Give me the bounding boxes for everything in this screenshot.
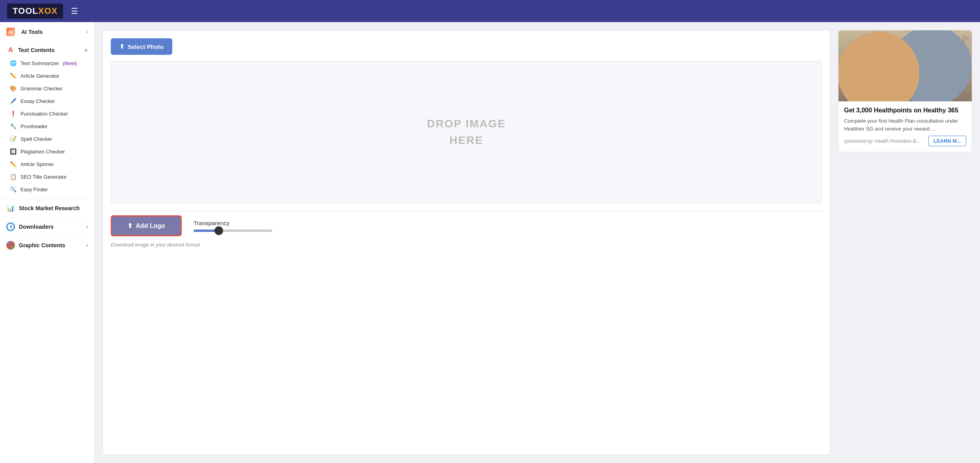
transparency-section: Transparency [194, 220, 272, 232]
logo-xox: XOX [38, 6, 58, 16]
sidebar-item-seo-title-generator[interactable]: 📋 SEO Title Generator [0, 170, 94, 183]
grammar-checker-icon: 🎨 [9, 85, 17, 92]
ai-tools-chevron: ‹ [86, 29, 88, 35]
proofreader-label: Proofreader [20, 123, 48, 129]
sidebar-downloaders[interactable]: ⬇ Downloaders ‹ [0, 217, 94, 236]
ad-body: Get 3,000 Healthpoints on Healthy 365 Co… [838, 101, 972, 152]
spell-checker-label: Spell Checker [20, 136, 52, 142]
sidebar-ai-title: AI Tools [21, 29, 43, 35]
ad-panel: ▷ Get 3,000 Healthpoints on Healthy 365 … [838, 30, 972, 455]
add-logo-label: Add Logo [136, 222, 165, 230]
ad-play-icon: ▷ [963, 34, 969, 42]
text-contents-header[interactable]: A Text Contents ∨ [0, 42, 94, 57]
select-photo-upload-icon: ⬆ [119, 43, 125, 50]
punctuation-checker-icon: ❗ [9, 110, 17, 117]
sidebar-item-grammar-checker[interactable]: 🎨 Grammar Checker [0, 82, 94, 95]
logo-tool: TOOL [13, 6, 38, 16]
text-contents-chevron: ∨ [84, 47, 88, 53]
select-photo-label: Select Photo [128, 43, 164, 50]
add-logo-button[interactable]: ⬆ Add Logo [111, 215, 182, 236]
sidebar-item-punctuation-checker[interactable]: ❗ Punctuation Checker [0, 107, 94, 120]
downloaders-chevron: ‹ [86, 224, 88, 230]
transparency-slider[interactable] [194, 230, 272, 232]
sidebar-ai-tools[interactable]: AI AI Tools ‹ [0, 22, 94, 40]
ad-sponsor: sponsored by: Health Promotion B... [844, 138, 920, 144]
sidebar-item-plagiarism-checker[interactable]: 🔲 Plagiarism Checker [0, 145, 94, 158]
sidebar-item-essay-checker[interactable]: 🖊️ Essay Checker [0, 95, 94, 107]
text-contents-title: A Text Contents [6, 46, 54, 54]
ad-image-visual [838, 30, 972, 101]
ad-title: Get 3,000 Healthpoints on Healthy 365 [844, 107, 966, 114]
sidebar-text-contents-section: A Text Contents ∨ 🌐 Text Summarizer (New… [0, 40, 94, 199]
article-spinner-label: Article Spinner [20, 161, 54, 167]
graphic-contents-icon [6, 241, 15, 250]
downloaders-label: Downloaders [19, 224, 54, 230]
app-header: TOOLXOX ☰ [0, 0, 980, 22]
sidebar-graphic-contents[interactable]: Graphic Contents ‹ [0, 236, 94, 254]
drop-image-text: DROP IMAGE HERE [427, 116, 506, 149]
ad-learn-more-button[interactable]: LEARN M... [928, 136, 966, 146]
app-body: AI AI Tools ‹ A Text Contents ∨ 🌐 Text S… [0, 22, 980, 463]
text-summarizer-label: Text Summarizer [20, 60, 59, 66]
svg-point-0 [8, 243, 13, 248]
seo-title-icon: 📋 [9, 173, 17, 180]
select-photo-button[interactable]: ⬆ Select Photo [111, 38, 172, 55]
sidebar-item-easy-finder[interactable]: 🔍 Easy Finder [0, 183, 94, 196]
main-content: ⬆ Select Photo DROP IMAGE HERE ⬆ Add Log… [95, 22, 980, 463]
download-hint: Download image in your desired format [111, 242, 822, 248]
stock-market-icon: 📊 [6, 204, 15, 213]
seo-title-label: SEO Title Generator [20, 174, 67, 180]
essay-checker-icon: 🖊️ [9, 97, 17, 105]
sidebar-item-proofreader[interactable]: 🔧 Proofreader [0, 120, 94, 133]
ai-icon: AI [6, 28, 15, 36]
ad-description: Complete your first Health Plan consulta… [844, 117, 966, 133]
downloaders-icon: ⬇ [6, 222, 15, 231]
ad-footer: sponsored by: Health Promotion B... LEAR… [844, 136, 966, 146]
sidebar-item-article-generator[interactable]: ✏️ Article Generator [0, 69, 94, 82]
drop-zone[interactable]: DROP IMAGE HERE [111, 61, 822, 203]
article-generator-label: Article Generator [20, 73, 59, 79]
plagiarism-checker-icon: 🔲 [9, 148, 17, 155]
sidebar: AI AI Tools ‹ A Text Contents ∨ 🌐 Text S… [0, 22, 95, 463]
easy-finder-icon: 🔍 [9, 186, 17, 193]
ad-image: ▷ [838, 30, 972, 101]
sidebar-item-article-spinner[interactable]: ✏️ Article Spinner [0, 158, 94, 170]
logo: TOOLXOX [7, 4, 63, 19]
essay-checker-label: Essay Checker [20, 98, 55, 104]
hamburger-menu[interactable]: ☰ [71, 6, 78, 16]
article-generator-icon: ✏️ [9, 72, 17, 79]
spell-checker-icon: 📝 [9, 135, 17, 142]
graphic-contents-chevron: ‹ [86, 243, 88, 248]
sidebar-item-spell-checker[interactable]: 📝 Spell Checker [0, 133, 94, 145]
bottom-controls: ⬆ Add Logo Transparency [111, 211, 822, 236]
plagiarism-checker-label: Plagiarism Checker [20, 149, 65, 155]
proofreader-icon: 🔧 [9, 123, 17, 130]
article-spinner-icon: ✏️ [9, 161, 17, 168]
new-badge: (New) [63, 60, 77, 66]
add-logo-upload-icon: ⬆ [127, 222, 132, 230]
punctuation-checker-label: Punctuation Checker [20, 111, 68, 117]
graphic-contents-label: Graphic Contents [19, 242, 65, 248]
text-summarizer-icon: 🌐 [9, 60, 17, 67]
transparency-label: Transparency [194, 220, 272, 226]
sidebar-item-text-summarizer[interactable]: 🌐 Text Summarizer (New) [0, 57, 94, 69]
sidebar-stock-market[interactable]: 📊 Stock Market Research [0, 199, 94, 217]
ad-card: ▷ Get 3,000 Healthpoints on Healthy 365 … [838, 30, 972, 152]
tool-panel: ⬆ Select Photo DROP IMAGE HERE ⬆ Add Log… [102, 30, 830, 455]
stock-market-label: Stock Market Research [19, 205, 80, 211]
grammar-checker-label: Grammar Checker [20, 86, 63, 91]
text-icon: A [6, 46, 15, 54]
easy-finder-label: Easy Finder [20, 187, 48, 192]
